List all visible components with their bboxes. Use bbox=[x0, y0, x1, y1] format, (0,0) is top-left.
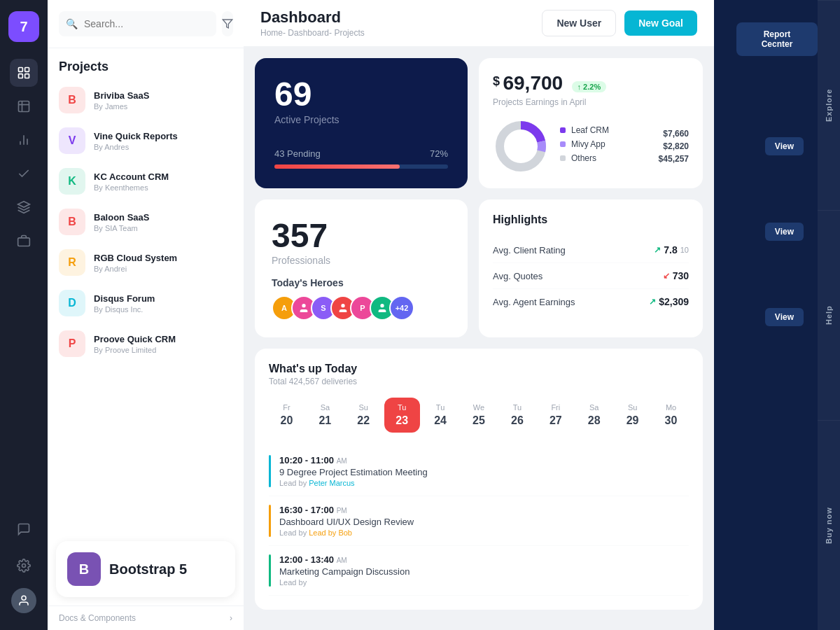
cal-day[interactable]: Sa 21 bbox=[307, 398, 343, 433]
legend-leaf-label: Leaf CRM bbox=[571, 125, 609, 135]
nav-icon-briefcase[interactable] bbox=[10, 227, 38, 255]
event-ampm: AM bbox=[337, 457, 347, 465]
side-label-help[interactable]: Help bbox=[818, 210, 840, 420]
legend-values: $7,660 $2,820 $45,257 bbox=[659, 129, 689, 164]
project-info: Briviba SaaS By James bbox=[94, 90, 232, 111]
svg-rect-2 bbox=[19, 74, 23, 78]
earnings-number: $2,309 bbox=[659, 296, 689, 307]
cal-day[interactable]: Sa 28 bbox=[576, 398, 612, 433]
event-lead-name[interactable]: Peter Marcus bbox=[309, 479, 354, 487]
cal-day-name: Fr bbox=[272, 403, 302, 412]
svg-point-18 bbox=[302, 304, 305, 307]
nav-user-number[interactable]: 7 bbox=[8, 11, 39, 42]
legend-mivy: Mivy App bbox=[560, 139, 648, 149]
cal-day[interactable]: Fr 20 bbox=[269, 398, 304, 433]
event-name: Marketing Campaign Discussion bbox=[279, 566, 410, 577]
svg-marker-14 bbox=[223, 20, 232, 28]
filter-button[interactable] bbox=[222, 11, 233, 36]
cal-day[interactable]: Tu 24 bbox=[423, 398, 458, 433]
svg-rect-3 bbox=[25, 74, 29, 78]
nav-icon-layers[interactable] bbox=[10, 193, 38, 221]
svg-rect-11 bbox=[18, 238, 30, 246]
quotes-number: 730 bbox=[673, 270, 689, 281]
report-center-button[interactable]: Report Cecnter bbox=[736, 22, 818, 56]
side-label-explore[interactable]: Explore bbox=[818, 0, 840, 210]
cal-day-num: 26 bbox=[502, 414, 532, 427]
professionals-card: 357 Professionals Today's Heroes A S bbox=[255, 200, 468, 337]
sidebar: 🔍 Projects B Briviba SaaS By James V Vin… bbox=[48, 0, 244, 630]
rating-suffix: 10 bbox=[680, 246, 689, 254]
nav-bar: 7 bbox=[0, 0, 48, 630]
cal-day[interactable]: Su 29 bbox=[615, 398, 650, 433]
project-icon-letter: K bbox=[68, 175, 76, 188]
top-actions: New User New Goal bbox=[542, 10, 697, 36]
view-buttons: View View View bbox=[725, 76, 829, 619]
project-info: RGB Cloud System By Andrei bbox=[94, 253, 232, 273]
project-icon-letter: V bbox=[69, 134, 76, 147]
cal-day-num: 27 bbox=[540, 414, 570, 427]
nav-bottom-avatar[interactable] bbox=[11, 588, 36, 613]
earnings-amount: 69,700 bbox=[503, 72, 563, 94]
right-panel: Report Cecnter View View View Explore He… bbox=[714, 0, 840, 630]
bootstrap-name: Bootstrap 5 bbox=[109, 561, 187, 578]
pending-pct: 72% bbox=[430, 148, 448, 159]
cal-day[interactable]: Mo 30 bbox=[653, 398, 689, 433]
heroes-section: Today's Heroes A S P bbox=[272, 277, 451, 321]
project-by: By Andres bbox=[94, 143, 232, 151]
legend-leaf: Leaf CRM bbox=[560, 125, 648, 135]
project-item[interactable]: B Baloon SaaS By SIA Team bbox=[53, 202, 238, 242]
new-user-button[interactable]: New User bbox=[542, 10, 616, 36]
cal-day-name: Tu bbox=[387, 403, 417, 412]
nav-icon-home[interactable] bbox=[10, 59, 38, 87]
project-item[interactable]: P Proove Quick CRM By Proove Limited bbox=[53, 323, 238, 364]
svg-point-20 bbox=[380, 304, 384, 307]
cal-day-num: 28 bbox=[579, 414, 609, 427]
event-lead-name[interactable]: Lead by Bob bbox=[309, 528, 352, 537]
highlights-title: Highlights bbox=[493, 214, 689, 226]
project-item[interactable]: B Briviba SaaS By James bbox=[53, 80, 238, 120]
cal-day-num: 21 bbox=[310, 414, 340, 427]
cal-day[interactable]: Su 22 bbox=[346, 398, 382, 433]
view-button-3[interactable]: View bbox=[765, 308, 804, 326]
whatsup-title: What's up Today bbox=[269, 363, 689, 375]
view-button-2[interactable]: View bbox=[765, 223, 804, 241]
new-goal-button[interactable]: New Goal bbox=[624, 10, 697, 36]
highlight-quotes-label: Avg. Quotes bbox=[493, 271, 542, 281]
project-item[interactable]: R RGB Cloud System By Andrei bbox=[53, 242, 238, 283]
side-label-buynow[interactable]: Buy now bbox=[818, 420, 840, 630]
cal-day[interactable]: Tu 26 bbox=[499, 398, 535, 433]
project-list: B Briviba SaaS By James V Vine Quick Rep… bbox=[48, 80, 244, 533]
donut-section: Leaf CRM Mivy App Others bbox=[493, 118, 689, 174]
legend-mivy-dot bbox=[560, 141, 566, 147]
calendar-days: Fr 20 Sa 21 Su 22 Tu 23 Tu 24 We 25 Tu 2… bbox=[269, 398, 689, 433]
nav-icon-message[interactable] bbox=[10, 515, 38, 543]
project-item[interactable]: K KC Account CRM By Keenthemes bbox=[53, 161, 238, 202]
nav-icon-chart[interactable] bbox=[10, 126, 38, 154]
cal-day[interactable]: We 25 bbox=[461, 398, 497, 433]
nav-icon-settings[interactable] bbox=[10, 552, 38, 580]
event-lead: Lead by Lead by Bob bbox=[279, 528, 414, 537]
donut-chart bbox=[493, 118, 549, 174]
nav-icon-check[interactable] bbox=[10, 160, 38, 188]
cal-day-num: 30 bbox=[656, 414, 686, 427]
progress-bar-fill bbox=[274, 164, 400, 169]
project-name: KC Account CRM bbox=[94, 172, 232, 182]
pending-section: 43 Pending 72% bbox=[274, 148, 448, 169]
arrow-up-icon: ↗ bbox=[654, 245, 661, 255]
docs-row[interactable]: Docs & Components › bbox=[48, 606, 244, 630]
cal-day[interactable]: Fri 27 bbox=[538, 398, 573, 433]
search-wrapper: 🔍 bbox=[59, 11, 216, 36]
cal-day[interactable]: Tu 23 bbox=[384, 398, 420, 433]
nav-icon-grid[interactable] bbox=[10, 92, 38, 120]
event-lead: Lead by bbox=[279, 578, 410, 587]
search-input[interactable] bbox=[59, 11, 216, 36]
bootstrap-icon-letter: B bbox=[79, 561, 89, 578]
project-item[interactable]: V Vine Quick Reports By Andres bbox=[53, 120, 238, 161]
svg-rect-4 bbox=[19, 102, 29, 112]
project-item[interactable]: D Disqus Forum By Disqus Inc. bbox=[53, 283, 238, 323]
project-icon-letter: B bbox=[68, 216, 76, 228]
progress-bar-bg bbox=[274, 164, 448, 169]
highlight-rating-val: ↗ 7.8 10 bbox=[654, 244, 689, 255]
view-button-1[interactable]: View bbox=[765, 137, 804, 155]
event-ampm: PM bbox=[337, 507, 347, 514]
